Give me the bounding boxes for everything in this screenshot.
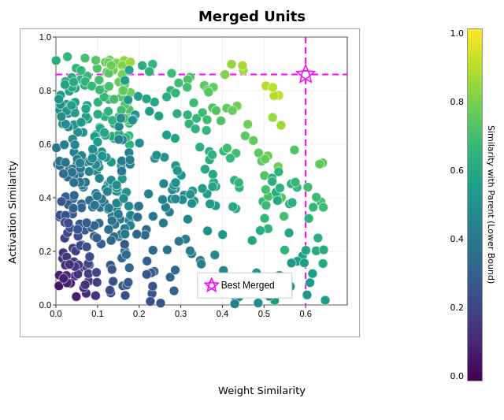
colorbar-tick-0.4: 0.4 <box>450 234 465 244</box>
plot-and-colorbar: 1.0 0.8 0.6 0.4 0.2 0.0 Similarity with … <box>20 28 504 381</box>
plot-section: 1.0 0.8 0.6 0.4 0.2 0.0 Similarity with … <box>20 28 504 396</box>
chart-area: Activation Similarity 1.0 0.8 0.6 0.4 0.… <box>0 28 504 420</box>
colorbar-section: 1.0 0.8 0.6 0.4 0.2 0.0 Similarity with … <box>450 28 497 381</box>
colorbar-label: Similarity with Parent (Lower Bound) <box>486 28 496 381</box>
colorbar-tick-0.0: 0.0 <box>450 371 465 381</box>
colorbar-ticks: 1.0 0.8 0.6 0.4 0.2 0.0 <box>450 28 465 381</box>
colorbar-tick-1.0: 1.0 <box>450 28 465 39</box>
colorbar-tick-0.2: 0.2 <box>450 303 465 313</box>
colorbar-gradient <box>467 28 483 381</box>
x-axis-label: Weight Similarity <box>20 385 504 396</box>
chart-title: Merged Units <box>198 8 306 24</box>
chart-container: Merged Units Activation Similarity 1.0 0… <box>0 0 504 420</box>
canvas-wrapper <box>20 28 444 381</box>
scatter-plot <box>20 28 360 337</box>
colorbar-tick-0.8: 0.8 <box>450 97 465 107</box>
colorbar-tick-0.6: 0.6 <box>450 165 465 176</box>
y-axis-label: Activation Similarity <box>6 161 18 264</box>
